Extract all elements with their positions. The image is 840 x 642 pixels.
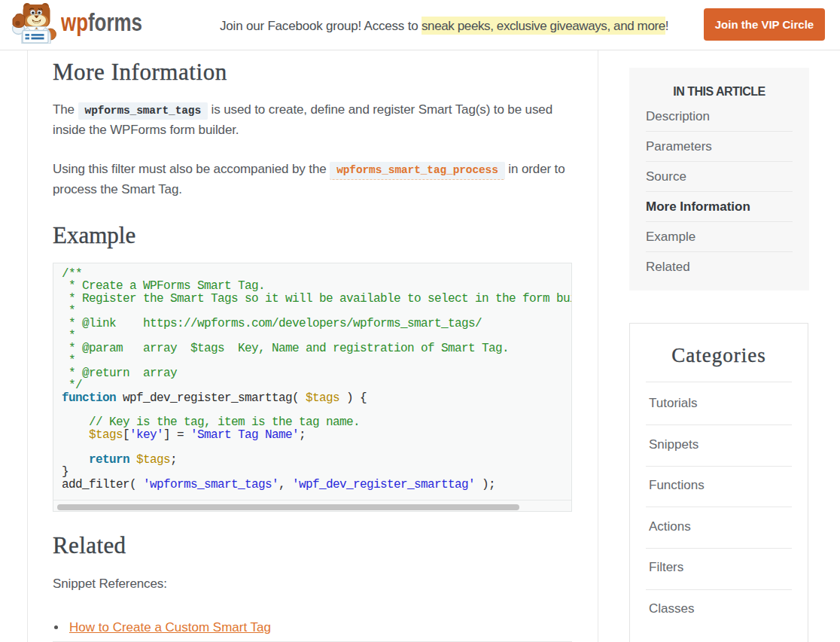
svg-text:wpforms: wpforms xyxy=(61,9,142,36)
